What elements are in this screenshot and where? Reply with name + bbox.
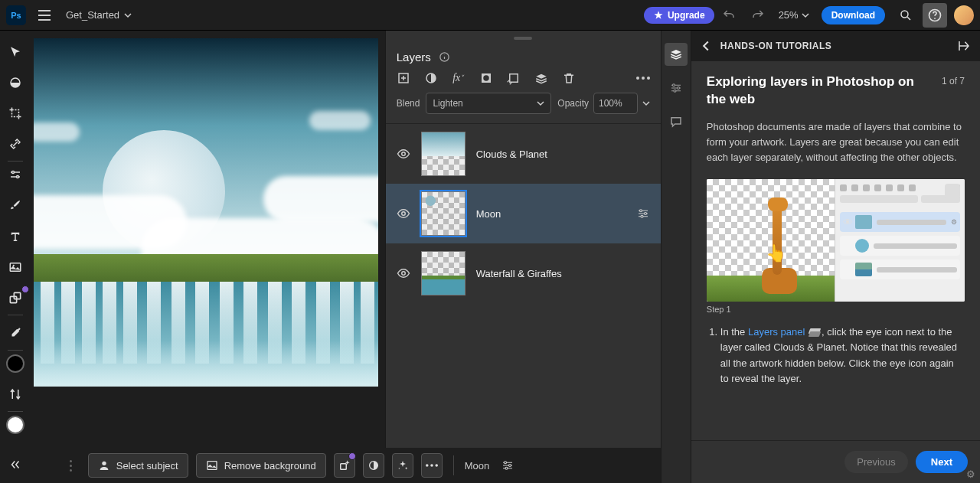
type-tool[interactable] bbox=[3, 225, 28, 246]
blend-mode-select[interactable]: Lighten bbox=[426, 93, 551, 114]
svg-point-30 bbox=[426, 464, 429, 467]
previous-button: Previous bbox=[844, 451, 908, 473]
svg-point-36 bbox=[672, 84, 675, 86]
background-swatch[interactable] bbox=[3, 414, 28, 436]
svg-rect-27 bbox=[207, 462, 217, 470]
remove-background-button[interactable]: Remove background bbox=[196, 453, 326, 478]
properties-rail-button[interactable] bbox=[665, 77, 688, 100]
step-text: In the bbox=[720, 326, 748, 338]
back-icon[interactable] bbox=[701, 41, 711, 51]
layer-row[interactable]: Waterfall & Giraffes bbox=[386, 243, 661, 303]
next-button[interactable]: Next bbox=[916, 451, 968, 473]
document-title-dropdown[interactable]: Get_Started bbox=[66, 9, 132, 21]
move-tool[interactable] bbox=[3, 41, 28, 63]
layer-thumbnail[interactable] bbox=[421, 132, 466, 176]
download-button[interactable]: Download bbox=[822, 6, 885, 24]
svg-point-18 bbox=[642, 77, 645, 80]
layer-row[interactable]: Clouds & Planet bbox=[386, 124, 661, 184]
svg-point-35 bbox=[505, 467, 508, 469]
canvas-zone bbox=[31, 31, 385, 448]
button-label: Remove background bbox=[224, 460, 316, 472]
adjustment-layer-button[interactable] bbox=[424, 71, 438, 85]
foreground-swatch[interactable] bbox=[3, 353, 28, 374]
svg-point-2 bbox=[934, 18, 936, 19]
contrast-button[interactable] bbox=[363, 453, 384, 478]
swap-swatches[interactable] bbox=[3, 383, 28, 405]
svg-point-34 bbox=[509, 465, 511, 467]
grip-icon[interactable] bbox=[62, 460, 80, 472]
svg-rect-28 bbox=[340, 464, 346, 470]
mask-button[interactable] bbox=[479, 71, 493, 85]
svg-point-23 bbox=[644, 213, 646, 215]
app-logo[interactable]: Ps bbox=[6, 5, 26, 25]
more-options-button[interactable] bbox=[636, 71, 650, 85]
right-mini-rail bbox=[661, 31, 691, 483]
info-icon[interactable] bbox=[439, 51, 450, 63]
lasso-tool[interactable] bbox=[3, 72, 28, 93]
eyedropper-tool[interactable] bbox=[3, 322, 28, 344]
layers-panel-link[interactable]: Layers panel bbox=[748, 326, 805, 338]
layers-toolbar: fx˅ bbox=[386, 71, 661, 93]
tool-rail bbox=[0, 31, 31, 483]
crop-tool[interactable] bbox=[3, 103, 28, 124]
clip-button[interactable] bbox=[507, 71, 521, 85]
place-image-tool[interactable] bbox=[3, 256, 28, 278]
tutorial-description: Photoshop documents are made of layers t… bbox=[707, 119, 965, 165]
layer-name: Moon bbox=[476, 208, 626, 220]
layer-name: Clouds & Planet bbox=[476, 148, 650, 160]
top-bar: Ps Get_Started Upgrade 25% Download bbox=[0, 0, 980, 31]
visibility-toggle[interactable] bbox=[397, 266, 410, 280]
visibility-toggle[interactable] bbox=[397, 207, 410, 220]
visibility-toggle[interactable] bbox=[397, 147, 410, 161]
group-button[interactable] bbox=[534, 71, 548, 85]
new-layer-button[interactable] bbox=[397, 71, 410, 85]
layers-rail-button[interactable] bbox=[665, 43, 688, 66]
upgrade-button[interactable]: Upgrade bbox=[644, 7, 714, 24]
menu-icon[interactable] bbox=[35, 6, 54, 24]
context-bar: Select subject Remove background Moon bbox=[54, 448, 661, 483]
adjust-tool[interactable] bbox=[3, 164, 28, 185]
user-avatar[interactable] bbox=[954, 5, 974, 25]
layer-options-button[interactable] bbox=[636, 207, 650, 220]
person-icon bbox=[98, 459, 110, 472]
svg-point-31 bbox=[430, 464, 433, 467]
svg-point-20 bbox=[401, 152, 405, 156]
heal-tool[interactable] bbox=[3, 133, 28, 155]
opacity-input[interactable]: 100% bbox=[593, 93, 638, 114]
star-icon bbox=[653, 10, 664, 21]
canvas[interactable] bbox=[34, 38, 378, 387]
search-button[interactable] bbox=[893, 3, 918, 28]
clone-tool[interactable] bbox=[3, 287, 28, 308]
blend-label: Blend bbox=[397, 98, 420, 109]
effects-button[interactable]: fx˅ bbox=[452, 71, 466, 85]
badge-icon bbox=[348, 452, 356, 460]
layer-settings-button[interactable] bbox=[497, 453, 518, 478]
comments-rail-button[interactable] bbox=[665, 110, 688, 133]
redo-button[interactable] bbox=[746, 3, 770, 28]
zoom-dropdown[interactable]: 25% bbox=[779, 9, 809, 21]
chevron-down-icon[interactable] bbox=[642, 100, 650, 107]
sparkle-button[interactable] bbox=[392, 453, 413, 478]
panel-grip[interactable] bbox=[386, 31, 661, 46]
layer-row[interactable]: Moon bbox=[386, 184, 661, 243]
figure-badge-icon bbox=[945, 184, 960, 199]
opacity-label: Opacity bbox=[557, 98, 589, 109]
select-subject-button[interactable]: Select subject bbox=[88, 453, 188, 478]
brush-tool[interactable] bbox=[3, 194, 28, 216]
settings-icon[interactable]: ⚙ bbox=[966, 468, 975, 480]
help-button[interactable] bbox=[923, 3, 947, 28]
svg-point-25 bbox=[401, 272, 405, 276]
svg-rect-16 bbox=[509, 74, 518, 83]
layer-thumbnail[interactable] bbox=[421, 191, 466, 236]
undo-button[interactable] bbox=[717, 3, 741, 28]
magic-fill-button[interactable] bbox=[334, 453, 355, 478]
more-button[interactable] bbox=[421, 453, 443, 478]
layers-icon bbox=[809, 328, 820, 337]
expand-tools[interactable] bbox=[3, 454, 28, 475]
zoom-value: 25% bbox=[779, 9, 799, 21]
tutorial-header: HANDS-ON TUTORIALS bbox=[720, 41, 831, 51]
delete-layer-button[interactable] bbox=[562, 71, 576, 85]
document-title: Get_Started bbox=[66, 9, 119, 21]
collapse-panel-icon[interactable] bbox=[957, 39, 971, 53]
layer-thumbnail[interactable] bbox=[421, 251, 466, 295]
